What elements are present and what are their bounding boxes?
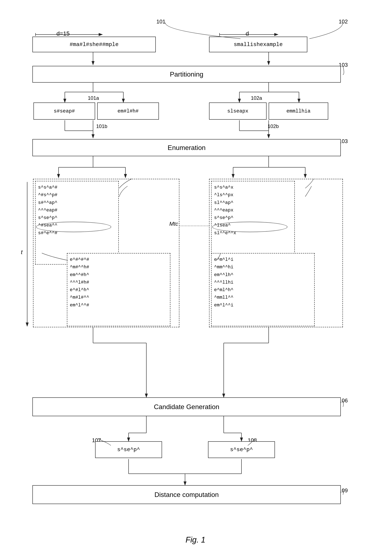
output2-box: s^se^p^ bbox=[208, 441, 275, 458]
distance-comp-box: Distance computation bbox=[32, 485, 341, 504]
input1-box: #ma#l#she##mple bbox=[32, 37, 156, 52]
d15-label: d=15 bbox=[56, 30, 70, 37]
t-label: t bbox=[21, 249, 23, 256]
g1t-row4: ^^^eap# bbox=[38, 207, 116, 214]
part2a-box: slseapx bbox=[209, 103, 267, 120]
output1-text: s^se^p^ bbox=[117, 446, 140, 453]
ref101b-label: 101b bbox=[96, 123, 107, 129]
oval-105a bbox=[212, 222, 288, 232]
g2b-row6: ^mmll^^ bbox=[214, 294, 312, 301]
ref102-label: 102 bbox=[339, 18, 348, 25]
ref102a-label: 102a bbox=[251, 95, 262, 101]
part1a-text: s#seap# bbox=[54, 108, 75, 114]
g1b-row1: e^#^#^# bbox=[70, 256, 168, 263]
input2-box: smallishexample bbox=[209, 37, 307, 52]
partitioning-box: Partitioning bbox=[32, 66, 341, 83]
part1a-box: s#seap# bbox=[34, 103, 95, 120]
g1t-row1: s^s^a^# bbox=[38, 184, 116, 191]
input2-text: smallishexample bbox=[234, 41, 283, 48]
diagram: d=15 d 101 102 #ma#l#she##mple smallishe… bbox=[0, 0, 392, 558]
g1b-row2: ^m#^^h# bbox=[70, 263, 168, 271]
part1b-text: em#l#h# bbox=[118, 108, 139, 114]
enum-group-105b: e^m^l^i ^mm^^hi em^^lh^ ^^^llhi e^ml^h^ … bbox=[211, 253, 315, 326]
g1b-row6: ^m#l#^^ bbox=[70, 294, 168, 301]
g2b-row4: ^^^llhi bbox=[214, 279, 312, 286]
input1-text: #ma#l#she##mple bbox=[70, 41, 119, 48]
g1t-row2: ^#s^^p# bbox=[38, 191, 116, 199]
g2t-row3: sl^^ap^ bbox=[214, 199, 292, 207]
g1b-row5: e^#l^h^ bbox=[70, 286, 168, 294]
candidate-gen-box: Candidate Generation bbox=[32, 397, 341, 416]
g2t-row4: ^^^eapx bbox=[214, 207, 292, 214]
g1b-row7: em^l^^# bbox=[70, 302, 168, 309]
g1t-row5: s^se^p^ bbox=[38, 214, 116, 222]
mtc-label: Mtc bbox=[169, 221, 178, 227]
partitioning-text: Partitioning bbox=[170, 70, 203, 78]
output2-text: s^se^p^ bbox=[230, 446, 253, 453]
ref101-label: 101 bbox=[156, 18, 165, 25]
part2b-text: emmllhia bbox=[286, 108, 310, 114]
g1b-row4: ^^^l#h# bbox=[70, 279, 168, 286]
enumeration-text: Enumeration bbox=[168, 144, 205, 152]
ref102b-label: 102b bbox=[268, 123, 279, 129]
part2a-text: slseapx bbox=[227, 108, 248, 114]
candidate-gen-text: Candidate Generation bbox=[154, 403, 219, 411]
g2t-row1: s^s^a^x bbox=[214, 184, 292, 191]
g1t-row3: s#^^ap^ bbox=[38, 199, 116, 207]
output1-box: s^se^p^ bbox=[95, 441, 162, 458]
g2b-row1: e^m^l^i bbox=[214, 256, 312, 263]
d-label: d bbox=[246, 30, 249, 37]
g2b-row7: em^l^^i bbox=[214, 302, 312, 309]
oval-104a bbox=[36, 222, 111, 232]
distance-comp-text: Distance computation bbox=[154, 491, 219, 499]
g2b-row5: e^ml^h^ bbox=[214, 286, 312, 294]
enumeration-box: Enumeration bbox=[32, 139, 341, 156]
enum-group-104b: e^#^#^# ^m#^^h# em^^#h^ ^^^l#h# e^#l^h^ … bbox=[67, 253, 170, 326]
fig-caption: Fig. 1 bbox=[158, 535, 233, 544]
part1b-box: em#l#h# bbox=[97, 103, 159, 120]
g2b-row3: em^^lh^ bbox=[214, 271, 312, 279]
g2t-row5: s^se^p^ bbox=[214, 214, 292, 222]
g2b-row2: ^mm^^hi bbox=[214, 263, 312, 271]
g1b-row3: em^^#h^ bbox=[70, 271, 168, 279]
part2b-box: emmllhia bbox=[269, 103, 328, 120]
ref101a-label: 101a bbox=[88, 95, 99, 101]
g2t-row2: ^ls^^px bbox=[214, 191, 292, 199]
